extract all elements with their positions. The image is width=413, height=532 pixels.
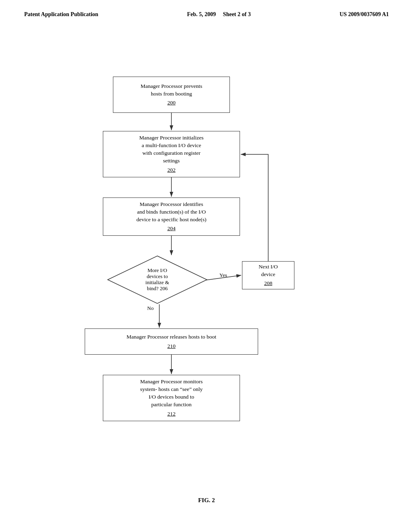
diamond-206-svg: More I/O devices to initialize & bind? 2… — [107, 255, 208, 304]
label-yes: Yes — [219, 272, 227, 278]
box-210-text: Manager Processor releases hosts to boot — [127, 333, 216, 341]
box-212: Manager Processor monitors system- hosts… — [103, 375, 240, 421]
svg-text:More I/O: More I/O — [148, 267, 167, 273]
box-204-ref: 204 — [167, 225, 175, 233]
box-202-ref: 202 — [167, 166, 175, 174]
box-212-text: Manager Processor monitors system- hosts… — [140, 378, 202, 409]
header-patent-number: US 2009/0037609 A1 — [340, 11, 389, 18]
box-200-text: Manager Processor prevents hosts from bo… — [141, 83, 202, 98]
page-header: Patent Application Publication Feb. 5, 2… — [0, 0, 413, 24]
box-208: Next I/O device 208 — [242, 261, 294, 289]
box-202-text: Manager Processor initializes a multi-fu… — [139, 134, 204, 165]
box-212-ref: 212 — [167, 410, 175, 418]
figure-label: FIG. 2 — [198, 497, 215, 504]
diamond-206: More I/O devices to initialize & bind? 2… — [107, 255, 208, 304]
header-date: Feb. 5, 2009 — [187, 11, 216, 17]
header-publication: Patent Application Publication — [24, 11, 98, 18]
box-204: Manager Processor identifies and binds f… — [103, 197, 240, 236]
header-sheet: Sheet 2 of 3 — [223, 11, 251, 17]
label-no: No — [147, 305, 154, 312]
box-200-ref: 200 — [167, 99, 175, 107]
svg-text:initialize &: initialize & — [146, 279, 169, 285]
svg-text:bind? 206: bind? 206 — [147, 285, 168, 291]
box-208-ref: 208 — [264, 280, 272, 287]
box-204-text: Manager Processor identifies and binds f… — [136, 201, 206, 224]
box-208-text: Next I/O device — [259, 263, 278, 278]
box-202: Manager Processor initializes a multi-fu… — [103, 131, 240, 177]
svg-text:devices to: devices to — [147, 273, 168, 279]
diagram-area: Manager Processor prevents hosts from bo… — [0, 24, 413, 516]
box-210: Manager Processor releases hosts to boot… — [85, 328, 258, 355]
header-date-sheet: Feb. 5, 2009 Sheet 2 of 3 — [187, 11, 251, 18]
box-200: Manager Processor prevents hosts from bo… — [113, 77, 230, 113]
box-210-ref: 210 — [167, 343, 175, 350]
